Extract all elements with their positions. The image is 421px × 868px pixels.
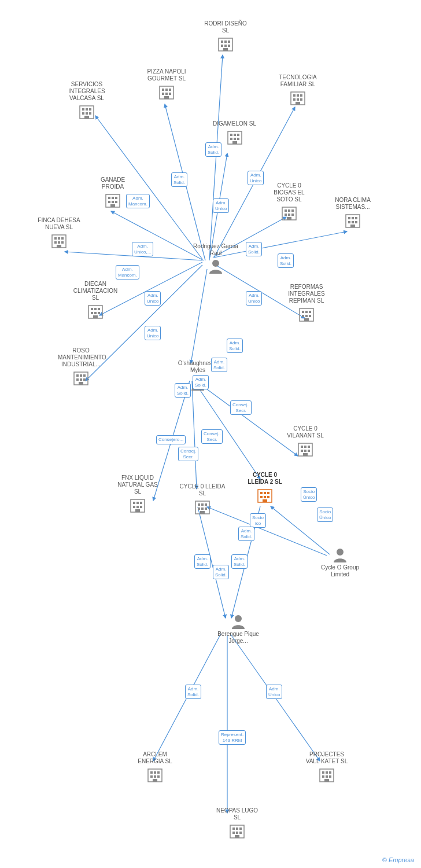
badge-adm-unico-dots[interactable]: Adm.Unico,... xyxy=(132,242,153,256)
svg-rect-84 xyxy=(348,221,350,223)
svg-rect-35 xyxy=(169,89,171,91)
badge-adm-solid-9[interactable]: Adm.Solid. xyxy=(238,527,254,541)
badge-socio-unico-1[interactable]: SocioÚnico xyxy=(301,487,317,502)
badge-consejero[interactable]: Consejero... xyxy=(156,435,186,444)
svg-rect-167 xyxy=(329,771,331,774)
svg-rect-101 xyxy=(302,315,304,317)
svg-rect-43 xyxy=(300,94,302,97)
svg-rect-61 xyxy=(234,138,236,140)
svg-rect-44 xyxy=(293,98,296,101)
badge-adm-unico-1[interactable]: Adm.Unico xyxy=(248,171,264,185)
svg-rect-31 xyxy=(223,48,228,51)
badge-adm-solid-13[interactable]: Adm.Solid. xyxy=(185,685,201,699)
svg-rect-149 xyxy=(267,492,269,494)
node-finca[interactable]: FINCA DEHESA NUEVA SL xyxy=(36,217,82,249)
svg-rect-76 xyxy=(285,214,287,216)
svg-rect-123 xyxy=(301,446,303,448)
svg-rect-65 xyxy=(108,197,110,199)
badge-adm-mancom-1[interactable]: Adm.Mancom. xyxy=(126,194,150,208)
badge-adm-solid-10[interactable]: Adm.Solid. xyxy=(194,554,211,569)
badge-adm-unico-4[interactable]: Adm.Unico xyxy=(145,291,161,306)
svg-rect-30 xyxy=(228,45,230,47)
svg-rect-107 xyxy=(94,308,97,310)
badge-consej-secr-3[interactable]: Consej.Secr. xyxy=(178,447,198,461)
svg-rect-57 xyxy=(230,134,232,136)
badge-adm-unico-3[interactable]: Adm.Unico xyxy=(246,291,262,306)
svg-line-14 xyxy=(192,381,197,489)
svg-rect-73 xyxy=(285,209,287,212)
node-cyclegroup[interactable]: Cycle O Group Limited xyxy=(317,547,363,579)
badge-adm-solid-8[interactable]: Adm.Solid. xyxy=(211,358,227,372)
node-neopas[interactable]: NEOPAS LUGO SL xyxy=(214,807,260,840)
badge-adm-solid-6[interactable]: Adm.Solid. xyxy=(175,383,191,398)
badge-adm-mancom-2[interactable]: Adm.Mancom. xyxy=(116,265,139,279)
svg-line-11 xyxy=(191,269,207,363)
badge-adm-unico-5[interactable]: Adm.Unico xyxy=(145,326,161,340)
svg-rect-85 xyxy=(352,221,354,223)
svg-rect-45 xyxy=(297,98,299,101)
node-diecan[interactable]: DIECAN CLIMATIZACION SL xyxy=(72,281,119,320)
node-cycle0lleida2[interactable]: CYCLE 0 LLEIDA 2 SL xyxy=(242,472,288,504)
svg-rect-165 xyxy=(322,771,324,774)
badge-adm-solid-7[interactable]: Adm.Solid. xyxy=(193,375,209,389)
node-rodri[interactable]: RODRI DISEÑO SL xyxy=(202,20,249,53)
svg-rect-115 xyxy=(80,374,82,377)
svg-line-0 xyxy=(209,55,223,260)
svg-rect-174 xyxy=(236,827,238,830)
node-cycle0lleida[interactable]: CYCLE 0 LLEIDA SL xyxy=(179,483,226,516)
badge-adm-solid-12[interactable]: Adm.Solid. xyxy=(231,554,248,569)
badge-adm-solid-1[interactable]: Adm.Solid. xyxy=(205,142,221,157)
node-servicios[interactable]: SERVICIOS INTEGRALES VALCASA SL xyxy=(64,81,110,120)
svg-rect-178 xyxy=(239,832,242,834)
svg-rect-161 xyxy=(154,775,156,778)
badge-adm-solid-3[interactable]: Adm.Solid. xyxy=(246,242,262,256)
node-tecnologia[interactable]: TECNOLOGIA FAMILIAR SL xyxy=(275,74,321,106)
svg-rect-135 xyxy=(136,506,139,508)
badge-adm-solid-5[interactable]: Adm.Solid. xyxy=(227,339,243,353)
svg-point-155 xyxy=(235,615,242,622)
badge-adm-unico-2[interactable]: Adm.Unico xyxy=(213,198,229,213)
svg-rect-78 xyxy=(291,214,294,216)
svg-rect-29 xyxy=(224,45,227,47)
svg-rect-170 xyxy=(329,775,331,778)
badge-socio-unico-2[interactable]: SocioÚnico xyxy=(317,507,333,522)
svg-rect-68 xyxy=(108,201,110,203)
node-nora[interactable]: NORA CLIMA SISTEMAS... xyxy=(330,197,376,229)
svg-rect-52 xyxy=(82,112,84,115)
svg-rect-160 xyxy=(150,775,153,778)
node-cycle0biogas[interactable]: CYCLE 0 BIOGAS EL SOTO SL xyxy=(266,182,312,222)
badge-adm-solid-2[interactable]: Adm.Solid. xyxy=(171,172,187,187)
svg-rect-98 xyxy=(302,311,304,313)
svg-rect-38 xyxy=(169,93,171,95)
badge-consej-secr-1[interactable]: Consej..Secr. xyxy=(230,400,252,415)
badge-socio-ico[interactable]: Socioico xyxy=(250,513,266,528)
svg-rect-83 xyxy=(355,217,357,219)
node-fnx[interactable]: FNX LIQUID NATURAL GAS SL xyxy=(115,475,161,514)
svg-rect-139 xyxy=(198,503,200,506)
svg-rect-131 xyxy=(133,502,135,504)
svg-rect-60 xyxy=(230,138,232,140)
badge-adm-unico-6[interactable]: Adm.Unico xyxy=(266,685,282,699)
node-reformas[interactable]: REFORMAS INTEGRALES REPIMAN SL xyxy=(283,284,330,323)
node-roso[interactable]: ROSO MANTENIMIENTO INDUSTRIAL... xyxy=(58,347,104,387)
svg-rect-176 xyxy=(232,832,235,834)
svg-rect-51 xyxy=(89,108,91,111)
svg-rect-28 xyxy=(221,45,223,47)
badge-consej-secr-2[interactable]: Consej..Secr. xyxy=(201,429,223,444)
node-berengue[interactable]: Berengue Pique Jorge... xyxy=(215,613,261,646)
node-arclem[interactable]: ARCLEM ENERGIA SL xyxy=(132,751,178,784)
badge-adm-solid-4[interactable]: Adm.Solid. xyxy=(278,253,294,268)
svg-rect-108 xyxy=(98,308,100,310)
badge-adm-solid-11[interactable]: Adm.Solid. xyxy=(213,565,229,579)
svg-rect-54 xyxy=(89,112,91,115)
badge-represent[interactable]: Represent.143 RRM xyxy=(219,730,246,745)
node-pizza[interactable]: PIZZA NAPOLI GOURMET SL xyxy=(143,68,190,101)
node-cycle0vilanant[interactable]: CYCLE 0 VILANANT SL xyxy=(282,425,328,458)
svg-rect-150 xyxy=(260,496,263,498)
svg-rect-175 xyxy=(239,827,242,830)
svg-rect-91 xyxy=(61,237,64,240)
svg-rect-110 xyxy=(94,312,97,314)
svg-rect-49 xyxy=(82,108,84,111)
node-rodriguez[interactable]: Rodriguez Garcia Raul xyxy=(193,243,239,275)
node-projectes[interactable]: PROJECTES VALL KATET SL xyxy=(304,751,350,784)
